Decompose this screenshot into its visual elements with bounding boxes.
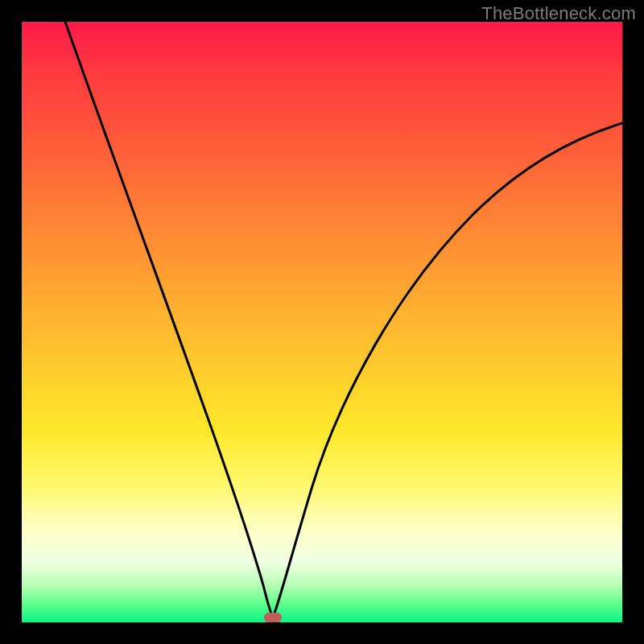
bottleneck-curve xyxy=(22,22,622,622)
plot-area xyxy=(22,22,622,622)
watermark-text: TheBottleneck.com xyxy=(481,3,636,24)
optimal-point-marker xyxy=(264,613,282,622)
curve-left-branch xyxy=(65,22,273,617)
curve-right-branch xyxy=(273,123,622,617)
